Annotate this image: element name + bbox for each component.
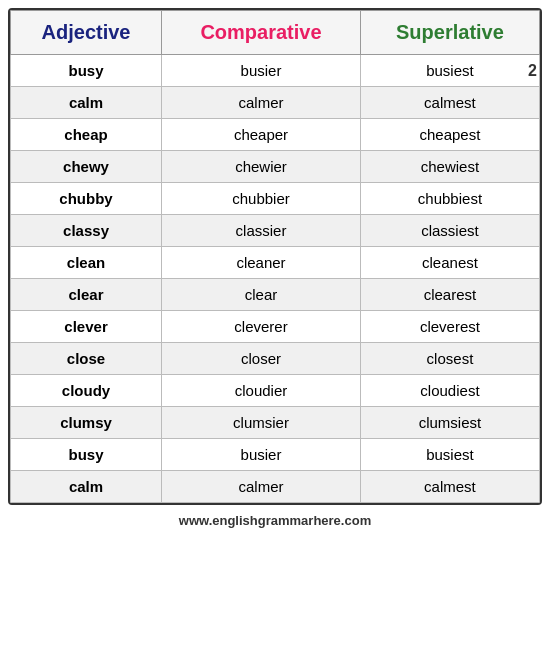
table-row: chubbychubbierchubbiest	[11, 183, 540, 215]
cell-comparative: calmer	[162, 87, 361, 119]
cell-comparative: busier	[162, 55, 361, 87]
cell-superlative: cleanest	[360, 247, 539, 279]
table-row: cleancleanercleanest	[11, 247, 540, 279]
cell-adjective: busy	[11, 439, 162, 471]
cell-comparative: cleverer	[162, 311, 361, 343]
main-table-wrapper: Adjective Comparative Superlative busybu…	[8, 8, 542, 505]
cell-comparative: cloudier	[162, 375, 361, 407]
table-row: calmcalmercalmest	[11, 471, 540, 503]
cell-adjective: busy	[11, 55, 162, 87]
cell-superlative: clearest	[360, 279, 539, 311]
cell-adjective: close	[11, 343, 162, 375]
cell-comparative: chubbier	[162, 183, 361, 215]
header-comparative: Comparative	[162, 11, 361, 55]
cell-adjective: clumsy	[11, 407, 162, 439]
cell-superlative: calmest	[360, 471, 539, 503]
cell-comparative: chewier	[162, 151, 361, 183]
table-row: clevercleverercleverest	[11, 311, 540, 343]
cell-superlative: calmest	[360, 87, 539, 119]
cell-comparative: clear	[162, 279, 361, 311]
cell-superlative: cloudiest	[360, 375, 539, 407]
table-row: busybusierbusiest 2	[11, 55, 540, 87]
table-row: classyclassierclassiest	[11, 215, 540, 247]
cell-adjective: cloudy	[11, 375, 162, 407]
table-row: cheapcheapercheapest	[11, 119, 540, 151]
cell-comparative: clumsier	[162, 407, 361, 439]
cell-comparative: cheaper	[162, 119, 361, 151]
table-row: clearclearclearest	[11, 279, 540, 311]
table-row: cloudycloudiercloudiest	[11, 375, 540, 407]
table-row: clumsyclumsierclumsiest	[11, 407, 540, 439]
table-row: chewychewierchewiest	[11, 151, 540, 183]
cell-superlative: busiest	[360, 439, 539, 471]
cell-adjective: chubby	[11, 183, 162, 215]
footer-url: www.englishgrammarhere.com	[179, 513, 371, 528]
cell-superlative: busiest 2	[360, 55, 539, 87]
cell-superlative: cheapest	[360, 119, 539, 151]
table-body: busybusierbusiest 2calmcalmercalmestchea…	[11, 55, 540, 503]
cell-superlative: chewiest	[360, 151, 539, 183]
cell-superlative: clumsiest	[360, 407, 539, 439]
header-superlative: Superlative	[360, 11, 539, 55]
cell-superlative: classiest	[360, 215, 539, 247]
cell-adjective: calm	[11, 87, 162, 119]
cell-adjective: cheap	[11, 119, 162, 151]
table-row: busybusierbusiest	[11, 439, 540, 471]
cell-comparative: closer	[162, 343, 361, 375]
cell-adjective: chewy	[11, 151, 162, 183]
cell-adjective: classy	[11, 215, 162, 247]
cell-comparative: busier	[162, 439, 361, 471]
table-row: calmcalmercalmest	[11, 87, 540, 119]
cell-adjective: clever	[11, 311, 162, 343]
page-number: 2	[528, 62, 537, 80]
cell-superlative: cleverest	[360, 311, 539, 343]
cell-comparative: calmer	[162, 471, 361, 503]
cell-comparative: classier	[162, 215, 361, 247]
cell-superlative: closest	[360, 343, 539, 375]
table-row: closecloserclosest	[11, 343, 540, 375]
header-adjective: Adjective	[11, 11, 162, 55]
cell-superlative: chubbiest	[360, 183, 539, 215]
cell-adjective: clear	[11, 279, 162, 311]
cell-comparative: cleaner	[162, 247, 361, 279]
table-header-row: Adjective Comparative Superlative	[11, 11, 540, 55]
cell-adjective: calm	[11, 471, 162, 503]
cell-adjective: clean	[11, 247, 162, 279]
adjectives-table: Adjective Comparative Superlative busybu…	[10, 10, 540, 503]
